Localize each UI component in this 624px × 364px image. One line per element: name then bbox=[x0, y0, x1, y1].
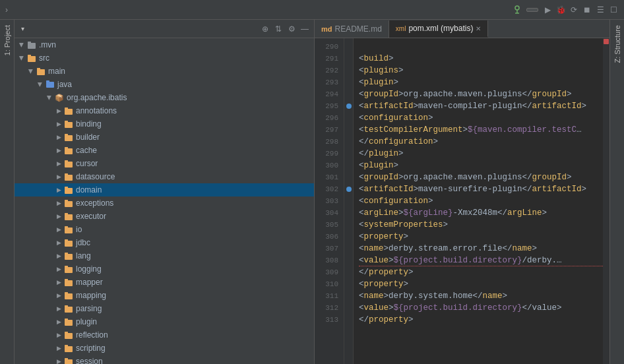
tree-item-cursor[interactable]: ▶cursor bbox=[15, 157, 314, 170]
tree-item-label: plugin bbox=[76, 317, 97, 326]
collapse-all-icon[interactable]: ⊕ bbox=[260, 24, 270, 34]
token-bracket: < bbox=[359, 278, 364, 290]
gutter-cell-304 bbox=[344, 207, 353, 219]
line-number-300: 300 bbox=[315, 160, 344, 171]
tree-arrow[interactable]: ▶ bbox=[54, 159, 63, 168]
tree-arrow[interactable]: ▶ bbox=[17, 40, 26, 49]
tree-item-mapper[interactable]: ▶mapper bbox=[15, 276, 314, 289]
code-content[interactable]: <build> <plugins> <plugin> <groupId>org.… bbox=[354, 38, 603, 364]
tree-arrow[interactable]: ▶ bbox=[54, 330, 63, 340]
tree-arrow[interactable]: ▶ bbox=[54, 238, 63, 247]
tree-arrow[interactable]: ▶ bbox=[54, 198, 63, 208]
tree-item-jdbc[interactable]: ▶jdbc bbox=[15, 236, 314, 249]
svg-rect-7 bbox=[37, 69, 45, 75]
tree-item-builder[interactable]: ▶builder bbox=[15, 131, 314, 144]
tree-item-label: annotations bbox=[76, 106, 117, 115]
more-icon[interactable]: ☰ bbox=[595, 5, 606, 15]
token-bracket: > bbox=[384, 243, 389, 255]
svg-rect-8 bbox=[37, 68, 40, 70]
tree-arrow[interactable]: ▶ bbox=[54, 119, 63, 129]
tree-arrow[interactable]: ▶ bbox=[54, 133, 63, 142]
tree-item-lang[interactable]: ▶lang bbox=[15, 249, 314, 262]
tree-item-label: reflection bbox=[76, 330, 108, 340]
token-plain: -Xmx2048m bbox=[453, 207, 498, 219]
svg-rect-35 bbox=[65, 267, 73, 273]
token-bracket: </ bbox=[522, 100, 532, 112]
token-tag: artifactId bbox=[364, 183, 414, 195]
tree-item-binding[interactable]: ▶binding bbox=[15, 117, 314, 131]
tree-item-session[interactable]: ▶session bbox=[15, 355, 314, 364]
tree-item-org.apache.ibatis[interactable]: ▶📦org.apache.ibatis bbox=[15, 91, 314, 104]
tree-arrow[interactable]: ▶ bbox=[54, 304, 63, 313]
stop-icon[interactable]: ⏹ bbox=[582, 5, 592, 15]
tab-close-button[interactable]: ✕ bbox=[476, 25, 481, 32]
tree-item-scripting[interactable]: ▶scripting bbox=[15, 342, 314, 355]
tree-item-main[interactable]: ▶main bbox=[15, 65, 314, 78]
tree-item-mapping[interactable]: ▶mapping bbox=[15, 289, 314, 302]
add-configuration-button[interactable] bbox=[526, 8, 538, 12]
tree-item-datasource[interactable]: ▶datasource bbox=[15, 170, 314, 183]
tree-arrow[interactable]: ▶ bbox=[54, 212, 63, 221]
project-dropdown-arrow[interactable]: ▾ bbox=[21, 25, 24, 32]
tree-item-domain[interactable]: ▶domain bbox=[15, 183, 314, 197]
tree-item-reflection[interactable]: ▶reflection bbox=[15, 328, 314, 342]
tree-item-.mvn[interactable]: ▶.mvn bbox=[15, 38, 314, 51]
right-gutter bbox=[603, 38, 609, 364]
tree-item-label: session bbox=[76, 357, 103, 364]
token-tag: value bbox=[364, 255, 389, 266]
tree-item-parsing[interactable]: ▶parsing bbox=[15, 302, 314, 315]
tree-arrow[interactable]: ▶ bbox=[54, 357, 63, 364]
sidebar-project-label[interactable]: 1: Project bbox=[2, 22, 13, 58]
token-tag: plugins bbox=[364, 65, 399, 76]
tree-item-plugin[interactable]: ▶plugin bbox=[15, 315, 314, 328]
tree-arrow[interactable]: ▶ bbox=[45, 93, 54, 102]
line-number-292: 292 bbox=[315, 65, 344, 76]
folder-icon bbox=[63, 106, 74, 116]
tree-arrow[interactable]: ▶ bbox=[54, 291, 63, 300]
token-bracket: < bbox=[359, 243, 364, 255]
svg-rect-4 bbox=[28, 42, 31, 44]
token-bracket: < bbox=[359, 171, 364, 183]
structure-label[interactable]: Z: Structure bbox=[612, 22, 623, 65]
tree-arrow[interactable]: ▶ bbox=[26, 67, 36, 76]
tree-item-executor[interactable]: ▶executor bbox=[15, 210, 314, 223]
tree-arrow[interactable]: ▶ bbox=[17, 53, 26, 63]
tree-arrow[interactable]: ▶ bbox=[54, 251, 63, 260]
tree-item-logging[interactable]: ▶logging bbox=[15, 262, 314, 276]
debug-icon[interactable]: 🐞 bbox=[555, 5, 566, 15]
token-tag: property bbox=[369, 314, 408, 326]
tree-arrow[interactable]: ▶ bbox=[36, 80, 45, 89]
svg-rect-15 bbox=[65, 135, 73, 141]
tree-arrow[interactable]: ▶ bbox=[54, 264, 63, 274]
sort-icon[interactable]: ⇅ bbox=[273, 24, 284, 34]
code-line-313: </property> bbox=[359, 314, 603, 326]
tree-arrow[interactable]: ▶ bbox=[54, 106, 63, 115]
minimize-icon[interactable]: — bbox=[299, 24, 310, 34]
window-icon[interactable]: ☐ bbox=[608, 5, 619, 15]
tree-arrow[interactable]: ▶ bbox=[54, 278, 63, 287]
token-tag: plugin bbox=[364, 160, 394, 171]
tree-arrow[interactable]: ▶ bbox=[54, 185, 63, 195]
tree-arrow[interactable]: ▶ bbox=[54, 225, 63, 234]
tree-arrow[interactable]: ▶ bbox=[54, 344, 63, 353]
tree-arrow[interactable]: ▶ bbox=[54, 317, 63, 326]
tab-pomxml[interactable]: xml pom.xml (mybatis) ✕ bbox=[389, 20, 489, 38]
tree-item-java[interactable]: ▶java bbox=[15, 78, 314, 91]
code-line-303: <configuration> bbox=[359, 195, 603, 207]
tree-item-annotations[interactable]: ▶annotations bbox=[15, 104, 314, 117]
tree-item-io[interactable]: ▶io bbox=[15, 223, 314, 236]
tab-readme[interactable]: md README.md bbox=[315, 20, 389, 38]
token-var: ${project.build.directory} bbox=[394, 255, 522, 266]
gutter-cell-308 bbox=[344, 255, 353, 266]
svg-rect-14 bbox=[65, 121, 68, 123]
settings-icon[interactable]: ⚙ bbox=[286, 24, 297, 34]
tree-arrow[interactable]: ▶ bbox=[54, 172, 63, 181]
token-tag: plugin bbox=[369, 148, 398, 160]
tree-item-src[interactable]: ▶src bbox=[15, 51, 314, 65]
tree-arrow[interactable]: ▶ bbox=[54, 146, 63, 155]
tree-item-exceptions[interactable]: ▶exceptions bbox=[15, 197, 314, 210]
token-bracket: > bbox=[389, 53, 394, 65]
tree-item-cache[interactable]: ▶cache bbox=[15, 144, 314, 157]
coverage-icon[interactable]: ⟳ bbox=[569, 5, 579, 15]
run-icon[interactable]: ▶ bbox=[542, 5, 553, 15]
